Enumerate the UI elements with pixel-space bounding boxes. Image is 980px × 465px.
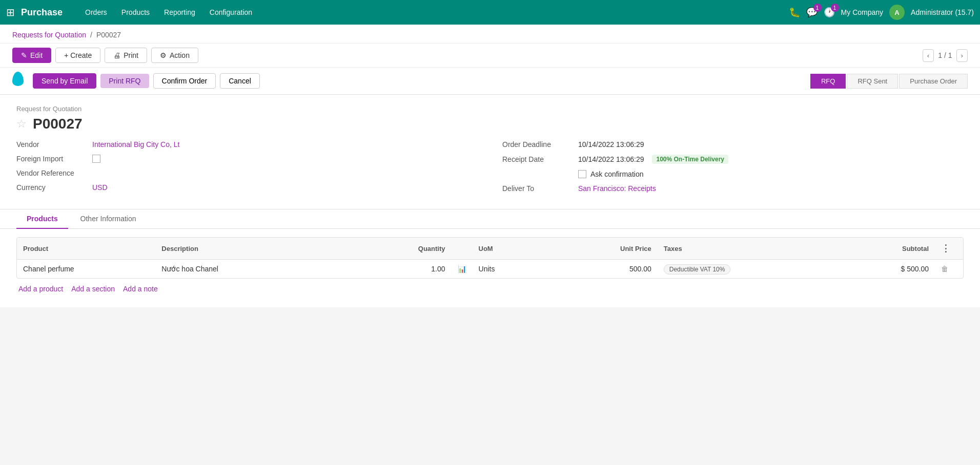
user-avatar[interactable]: A (889, 5, 905, 20)
add-product-link[interactable]: Add a product (18, 285, 63, 293)
create-button[interactable]: + Create (55, 48, 100, 63)
col-header-unit-price: Unit Price (565, 238, 658, 260)
column-options-icon[interactable]: ⋮ (941, 243, 950, 253)
print-button[interactable]: 🖨 Print (105, 48, 147, 63)
company-name: My Company (841, 8, 883, 16)
droplet-indicator (12, 72, 29, 90)
send-email-button[interactable]: Send by Email (33, 73, 96, 89)
record-type: Request for Quotation (16, 105, 964, 113)
row-uom[interactable]: Units (473, 260, 565, 279)
step-rfq-sent[interactable]: RFQ Sent (847, 74, 898, 89)
delete-row-icon[interactable]: 🗑 (941, 265, 948, 273)
gear-icon: ⚙ (160, 51, 167, 59)
step-purchase-order[interactable]: Purchase Order (899, 74, 968, 89)
col-header-uom: UoM (473, 238, 565, 260)
favorite-star-icon[interactable]: ☆ (16, 117, 27, 131)
tax-badge: Deductible VAT 10% (664, 264, 731, 274)
activity-badge: 1 (831, 4, 839, 12)
products-section: Product Description Quantity UoM Unit Pr… (0, 229, 980, 307)
chart-icon: 📊 (458, 265, 466, 273)
print-icon: 🖨 (113, 51, 120, 59)
edit-button[interactable]: ✎ Edit (12, 48, 51, 63)
user-name: Administrator (15.7) (911, 8, 974, 16)
messages-badge: 1 (813, 4, 822, 12)
foreign-import-label: Foreign Import (16, 155, 88, 163)
add-section-link[interactable]: Add a section (71, 285, 115, 293)
order-deadline-label: Order Deadline (502, 140, 574, 149)
action-button[interactable]: ⚙ Action (151, 48, 198, 63)
breadcrumb-parent[interactable]: Requests for Quotation (12, 31, 86, 39)
row-description[interactable]: Nước hoa Chanel (155, 260, 340, 279)
next-page-button[interactable]: › (956, 49, 968, 62)
messages-icon[interactable]: 💬 1 (806, 7, 818, 18)
col-header-product: Product (17, 238, 155, 260)
row-product[interactable]: Chanel perfume (17, 260, 155, 279)
row-delete[interactable]: 🗑 (935, 260, 963, 279)
table-row: Chanel perfume Nước hoa Chanel 1.00 📊 Un… (17, 260, 963, 279)
add-links: Add a product Add a section Add a note (16, 279, 964, 299)
on-time-badge: 100% On-Time Delivery (652, 155, 728, 164)
add-note-link[interactable]: Add a note (123, 285, 158, 293)
col-header-taxes: Taxes (658, 238, 824, 260)
vendor-ref-label: Vendor Reference (16, 169, 88, 177)
step-rfq[interactable]: RFQ (810, 74, 846, 89)
menu-reporting[interactable]: Reporting (158, 5, 201, 19)
row-unit-price[interactable]: 500.00 (565, 260, 658, 279)
table-header-row: Product Description Quantity UoM Unit Pr… (17, 238, 963, 260)
prev-page-button[interactable]: ‹ (923, 49, 934, 62)
col-header-quantity: Quantity (340, 238, 452, 260)
left-fields: Vendor International Big City Co, Lt For… (16, 140, 478, 199)
action-bar: Send by Email Print RFQ Confirm Order Ca… (0, 68, 980, 95)
form-header: Request for Quotation ☆ P00027 Vendor In… (0, 95, 980, 209)
record-id-row: ☆ P00027 (16, 116, 964, 132)
confirm-order-button[interactable]: Confirm Order (153, 73, 216, 89)
app-title: Purchase (21, 7, 63, 18)
col-header-subtotal: Subtotal (824, 238, 935, 260)
currency-value[interactable]: USD (92, 183, 108, 192)
edit-icon: ✎ (21, 51, 27, 59)
main-menu: Orders Products Reporting Configuration (79, 5, 785, 19)
activity-icon[interactable]: 🕐 1 (824, 7, 835, 18)
menu-configuration[interactable]: Configuration (203, 5, 258, 19)
col-header-chart (452, 238, 473, 260)
receipt-date-value: 10/14/2022 13:06:29 (578, 155, 644, 163)
breadcrumb-separator: / (90, 31, 92, 39)
col-header-actions: ⋮ (935, 238, 963, 260)
print-rfq-button[interactable]: Print RFQ (100, 74, 149, 88)
tab-other-info[interactable]: Other Information (70, 209, 147, 229)
top-navigation: ⊞ Purchase Orders Products Reporting Con… (0, 0, 980, 25)
status-steps: RFQ RFQ Sent Purchase Order (810, 74, 968, 89)
tabs: Products Other Information (0, 209, 980, 229)
row-taxes: Deductible VAT 10% (658, 260, 824, 279)
menu-orders[interactable]: Orders (79, 5, 113, 19)
vendor-value[interactable]: International Big City Co, Lt (92, 140, 179, 149)
row-quantity[interactable]: 1.00 (340, 260, 452, 279)
deliver-to-value[interactable]: San Francisco: Receipts (578, 184, 656, 193)
col-header-description: Description (155, 238, 340, 260)
nav-right: 🐛 💬 1 🕐 1 My Company A Administrator (15… (789, 5, 974, 20)
right-fields: Order Deadline 10/14/2022 13:06:29 Recei… (502, 140, 964, 199)
tab-products[interactable]: Products (16, 209, 68, 229)
receipt-date-label: Receipt Date (502, 155, 574, 163)
row-chart-icon[interactable]: 📊 (452, 260, 473, 279)
bug-icon[interactable]: 🐛 (789, 7, 800, 18)
cancel-button[interactable]: Cancel (220, 73, 260, 89)
record-id: P00027 (33, 116, 83, 132)
order-deadline-value: 10/14/2022 13:06:29 (578, 140, 644, 149)
products-table: Product Description Quantity UoM Unit Pr… (17, 238, 963, 278)
foreign-import-checkbox[interactable] (92, 155, 100, 163)
breadcrumb-current: P00027 (96, 31, 121, 39)
ask-confirmation-row: Ask confirmation (578, 170, 643, 178)
menu-products[interactable]: Products (115, 5, 156, 19)
breadcrumb: Requests for Quotation / P00027 (0, 25, 980, 44)
deliver-to-label: Deliver To (502, 184, 574, 193)
form-content: Request for Quotation ☆ P00027 Vendor In… (0, 95, 980, 307)
pagination: ‹ 1 / 1 › (923, 49, 968, 62)
currency-label: Currency (16, 183, 88, 192)
ask-confirmation-label: Ask confirmation (590, 170, 643, 178)
ask-confirmation-checkbox[interactable] (578, 170, 586, 178)
vendor-label: Vendor (16, 140, 88, 149)
row-subtotal: $ 500.00 (824, 260, 935, 279)
grid-icon[interactable]: ⊞ (6, 6, 15, 18)
products-table-wrapper: Product Description Quantity UoM Unit Pr… (16, 237, 964, 279)
